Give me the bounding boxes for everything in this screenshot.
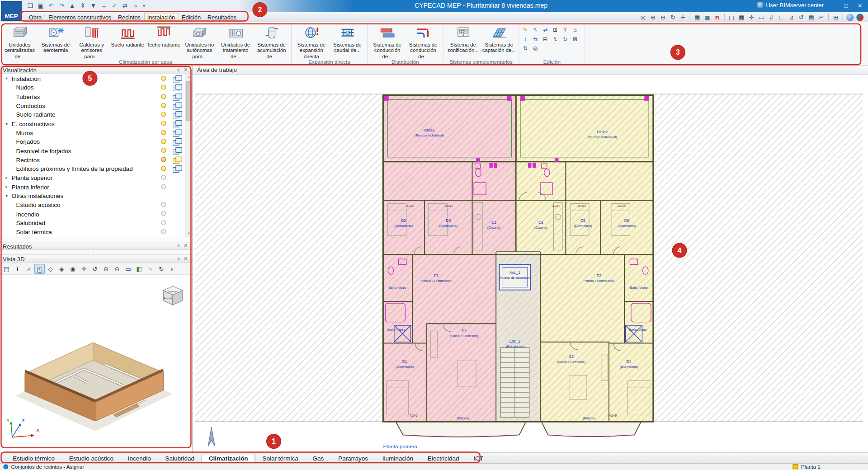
perspective-icon[interactable]: ◈ bbox=[57, 263, 67, 273]
bulb-icon[interactable] bbox=[161, 211, 166, 216]
drawing-canvas[interactable]: Patio1 (Terraza individual) Patio2 (Terr… bbox=[193, 75, 868, 452]
folders-icon[interactable] bbox=[173, 102, 182, 109]
tree-item-salubridad[interactable]: Salubridad bbox=[0, 218, 185, 227]
chevron-right-icon[interactable]: ▸ bbox=[4, 176, 9, 180]
btn-zonificacion[interactable]: 25° Sistema de zonificación... bbox=[445, 23, 481, 53]
magnifier-icon[interactable]: ◎ bbox=[531, 44, 540, 52]
btn-aerotermia[interactable]: Sistemas de aerotermia bbox=[38, 23, 74, 53]
btn-captacion-solar[interactable]: Sistemas de captación de... bbox=[481, 23, 517, 53]
orbit-icon[interactable]: ◉ bbox=[67, 263, 78, 273]
tab-salubridad[interactable]: Salubridad bbox=[158, 453, 202, 462]
tab-estudio-termico[interactable]: Estudio térmico bbox=[5, 453, 62, 462]
tab-climatizacion[interactable]: Climatización bbox=[202, 453, 255, 462]
bulb-icon[interactable] bbox=[161, 112, 166, 117]
folders-icon[interactable] bbox=[173, 129, 182, 136]
btn-acumulacion[interactable]: Sistemas de acumulación de... bbox=[254, 23, 290, 59]
chevron-down-icon[interactable]: ∨ bbox=[175, 66, 182, 74]
tree-item-recintos[interactable]: Recintos bbox=[0, 155, 185, 164]
bulb-icon[interactable] bbox=[161, 157, 166, 162]
zoom-window-icon[interactable]: ▭ bbox=[123, 263, 133, 273]
zoom-out-icon[interactable]: ⊖ bbox=[658, 13, 668, 22]
report-icon[interactable]: ▤ bbox=[807, 13, 816, 22]
tree-item-desnivel-forjados[interactable]: Desnivel de forjados bbox=[0, 146, 185, 155]
redraw-icon[interactable]: ↻ bbox=[668, 13, 678, 22]
tree-item-suelo-radiante[interactable]: Suelo radiante bbox=[0, 110, 185, 119]
swap-icon[interactable]: ⇄ bbox=[541, 25, 550, 33]
tree-scrollbar[interactable]: ▲ ▼ bbox=[185, 74, 192, 237]
folders-icon[interactable] bbox=[173, 111, 182, 118]
move-icon[interactable]: ↖ bbox=[531, 25, 540, 33]
btn-conduccion-aire[interactable]: Sistemas de conducción de... bbox=[369, 23, 406, 59]
render-mode-icon[interactable]: ▤ bbox=[1, 263, 11, 273]
tree-item-estudio-acustico[interactable]: Estudio acústico bbox=[0, 200, 185, 209]
tree-item-e-constructivos[interactable]: ▾E. constructivos bbox=[0, 119, 185, 128]
bulb-icon[interactable] bbox=[161, 175, 166, 180]
scroll-up-icon[interactable]: ▲ bbox=[185, 74, 192, 80]
panel-resize-handle[interactable]: · · · · bbox=[0, 237, 192, 242]
new-file-icon[interactable]: ❏ bbox=[25, 1, 35, 10]
pan-3d-icon[interactable]: ✛ bbox=[79, 263, 89, 273]
info-icon[interactable]: ℹ bbox=[12, 263, 23, 273]
zoom-in-3d-icon[interactable]: ⊕ bbox=[101, 263, 111, 273]
resultados-panel-header[interactable]: Resultados ∧ ✕ bbox=[0, 242, 192, 250]
swap-icon[interactable]: ⇕ bbox=[78, 1, 88, 10]
bimserver-user[interactable]: User BIMserver.center bbox=[757, 2, 824, 9]
chevron-down-icon[interactable]: ▾ bbox=[4, 76, 9, 81]
tree-item-nudos[interactable]: Nudos bbox=[0, 83, 185, 92]
close-icon[interactable]: ✕ bbox=[182, 255, 189, 262]
tree-item-planta-inferior[interactable]: ▸Planta inferior bbox=[0, 183, 185, 192]
scrollbar-thumb[interactable] bbox=[186, 81, 191, 121]
delete-icon[interactable]: ⊠ bbox=[571, 35, 580, 43]
tree-item-edificios-proximos[interactable]: Edificios próximos y límites de la propi… bbox=[0, 164, 185, 174]
home-view-icon[interactable]: ⌂ bbox=[145, 263, 156, 273]
folders-icon[interactable] bbox=[173, 156, 182, 163]
btn-caudal-refrigerante[interactable]: Sistemas de caudal de... bbox=[330, 23, 366, 53]
chevron-up-icon[interactable]: ∧ bbox=[175, 242, 182, 249]
menu-edicion[interactable]: Edición bbox=[179, 13, 204, 22]
exchange-icon[interactable]: ⇆ bbox=[531, 35, 540, 43]
bulb-icon[interactable] bbox=[161, 148, 166, 153]
templates-icon[interactable]: ▩ bbox=[703, 13, 712, 22]
undo-icon[interactable]: ↶ bbox=[47, 1, 56, 10]
floor-plan[interactable]: Patio1 (Terraza individual) Patio2 (Terr… bbox=[193, 75, 868, 452]
bulb-icon[interactable] bbox=[161, 229, 166, 234]
snap-icon[interactable]: # bbox=[767, 13, 776, 22]
bulb-icon[interactable] bbox=[161, 184, 166, 189]
angle-icon[interactable]: ⊿ bbox=[787, 13, 796, 22]
bulb-icon[interactable] bbox=[161, 130, 166, 135]
new-view-icon[interactable]: ▢ bbox=[727, 13, 736, 22]
crosshair-icon[interactable]: ✛ bbox=[747, 13, 756, 22]
menu-recintos[interactable]: Recintos bbox=[115, 13, 144, 22]
zoom-in-icon[interactable]: ⊕ bbox=[648, 13, 658, 22]
btn-unidades-tratamiento[interactable]: Unidades de tratamiento de... bbox=[217, 23, 254, 59]
tree-item-otras-instalaciones[interactable]: ▾Otras instalaciones bbox=[0, 192, 185, 201]
minimize-button[interactable]: ─ bbox=[826, 0, 840, 11]
close-button[interactable]: ✕ bbox=[853, 0, 867, 11]
bulb-icon[interactable] bbox=[161, 85, 166, 90]
bulb-icon[interactable] bbox=[161, 166, 166, 171]
btn-expansion-directa[interactable]: Sistemas de expansión directa bbox=[293, 23, 330, 59]
matrix-icon[interactable]: ⊞ bbox=[551, 25, 560, 33]
folders-icon[interactable] bbox=[173, 75, 182, 82]
btn-suelo-radiante[interactable]: Suelo radiante bbox=[109, 23, 146, 47]
tab-estudio-acustico[interactable]: Estudio acústico bbox=[62, 453, 121, 462]
rect-select-icon[interactable]: ▭ bbox=[757, 13, 766, 22]
tree-item-planta-superior[interactable]: ▸Planta superior bbox=[0, 174, 185, 183]
vista3d-panel-header[interactable]: Vista 3D ∨ ✕ bbox=[0, 254, 192, 263]
btn-conduccion-agua[interactable]: Sistemas de conducción de... bbox=[405, 23, 441, 59]
remove-icon[interactable]: ⊟ bbox=[541, 35, 550, 43]
bulb-icon[interactable] bbox=[161, 94, 166, 99]
tree-item-instalacion[interactable]: ▾Instalación bbox=[0, 74, 185, 83]
tab-ict[interactable]: ICT bbox=[466, 453, 491, 462]
tab-iluminacion[interactable]: Iluminación bbox=[375, 453, 420, 462]
visualizacion-panel-header[interactable]: Visualización ∨ ✕ bbox=[0, 66, 192, 74]
layers-icon[interactable]: ▦ bbox=[693, 13, 702, 22]
tree-item-muros[interactable]: Muros bbox=[0, 128, 185, 137]
close-icon[interactable]: ✕ bbox=[182, 66, 189, 74]
tab-pararrayos[interactable]: Pararrayos bbox=[331, 453, 375, 462]
chevron-down-icon[interactable]: ▾ bbox=[4, 194, 9, 198]
folders-icon[interactable] bbox=[173, 84, 182, 91]
vertical-icon[interactable]: ↕ bbox=[521, 35, 530, 43]
app-logo[interactable]: MEP bbox=[1, 1, 21, 21]
folders-icon[interactable] bbox=[173, 120, 182, 127]
